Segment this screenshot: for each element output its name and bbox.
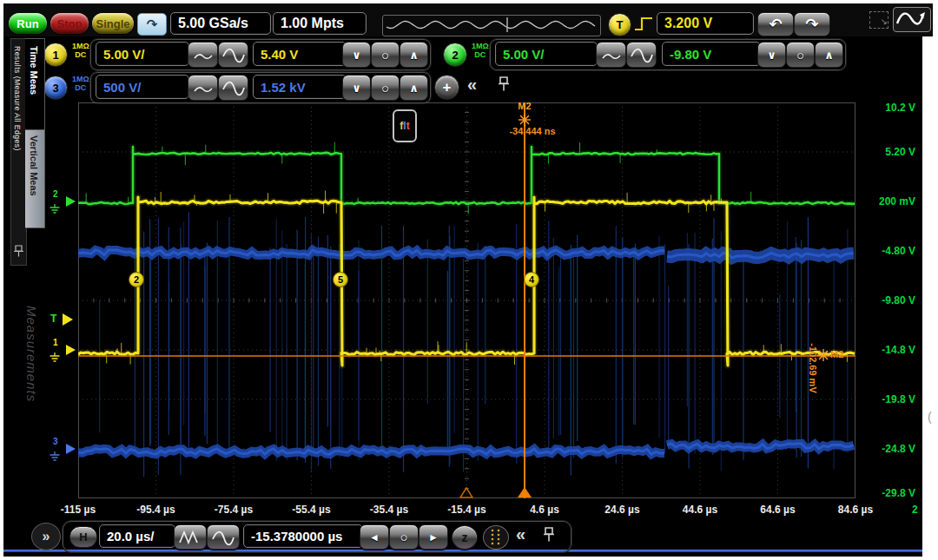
channel1-scale-readout[interactable]: 5.00 V/: [96, 42, 189, 66]
channel3-button[interactable]: 3: [43, 76, 68, 100]
filter-badge-letter: t: [406, 120, 410, 132]
redo-button[interactable]: ↷: [794, 12, 830, 36]
channel1-offset-readout[interactable]: 5.40 V: [253, 42, 347, 66]
stop-button[interactable]: Stop: [50, 13, 89, 34]
bottom-edge-strip: [3, 552, 922, 557]
small-wave-icon: [192, 46, 215, 63]
marker-m2-label[interactable]: M2: [518, 101, 531, 111]
pin-icon: [542, 526, 556, 545]
pin-channels-button[interactable]: [497, 76, 511, 95]
channel2-coupling[interactable]: 1MΩ DC: [472, 42, 489, 59]
margin-artifact-glyph: (: [928, 410, 932, 424]
channel3-scale-readout[interactable]: 500 V/: [96, 75, 189, 99]
drag-region-icon: ↘: [869, 11, 888, 29]
marker-m2-voltage-value: -102.69 mV: [808, 343, 818, 392]
trigger-source-button[interactable]: T: [608, 13, 631, 36]
zoom-mode-button[interactable]: z: [452, 525, 478, 550]
undo-button[interactable]: ↶: [757, 12, 794, 36]
capture-mode-button[interactable]: ↷: [137, 13, 167, 36]
position-left-button[interactable]: ◄: [360, 524, 389, 550]
filter-indicator: flt: [393, 109, 417, 142]
compressed-wave-icon: [178, 529, 202, 546]
channel2-offset-zero-button[interactable]: ○: [786, 42, 815, 68]
channel3-coupling[interactable]: 1MΩ DC: [72, 75, 89, 92]
horizontal-menu-button[interactable]: H: [69, 526, 97, 548]
channel1-scale-coarse-button[interactable]: [218, 42, 248, 68]
memory-depth-readout: 1.00 Mpts: [273, 12, 367, 35]
channel2-scale-readout[interactable]: 5.00 V/: [495, 42, 598, 66]
tab-time-meas-label: Time Meas: [29, 46, 39, 95]
marker-m2-time-value: -34.444 ns: [509, 126, 555, 136]
channel2-offset-up-button[interactable]: ∧: [815, 42, 843, 68]
channel1-offset-down-button[interactable]: ∨: [342, 42, 371, 68]
channel3-coupling-label: DC: [72, 83, 89, 92]
dotted-markers-icon: [484, 526, 506, 547]
channel2-offset-readout[interactable]: -9.80 V: [662, 42, 761, 66]
tab-vertical-meas-label: Vertical Meas: [29, 135, 39, 196]
channel2-impedance-label: 1MΩ: [472, 42, 489, 50]
channel2-coupling-label: DC: [472, 50, 489, 59]
channel2-scale-fine-button[interactable]: [596, 42, 626, 68]
channel1-button[interactable]: 1: [43, 43, 68, 67]
channel3-offset-up-button[interactable]: ∧: [400, 75, 428, 101]
capture-arrow-icon: ↷: [147, 16, 158, 32]
pin-icon: [497, 76, 511, 95]
large-wave-icon: [630, 45, 654, 64]
timebase-readout[interactable]: 20.0 µs/: [99, 524, 175, 548]
marker-m2-right-label[interactable]: M2: [830, 349, 843, 359]
measurements-watermark: Measurements: [24, 306, 39, 402]
channel3-offset-readout[interactable]: 1.52 kV: [253, 75, 347, 99]
horizontal-position-readout[interactable]: -15.3780000 µs: [243, 524, 363, 548]
position-zero-button[interactable]: ○: [389, 524, 419, 550]
expand-panel-button[interactable]: »: [31, 523, 61, 550]
small-wave-icon: [192, 79, 215, 96]
tab-vertical-meas[interactable]: Vertical Meas: [25, 129, 45, 228]
pin-icon: [13, 244, 24, 258]
channel1-coupling[interactable]: 1MΩ DC: [72, 42, 89, 59]
channel1-offset-zero-button[interactable]: ○: [371, 42, 400, 68]
large-wave-icon: [211, 528, 235, 547]
markers-button[interactable]: [483, 525, 509, 550]
channel1-scale-fine-button[interactable]: [188, 42, 218, 68]
wave-drag-icon: [893, 7, 931, 32]
tab-time-meas[interactable]: Time Meas: [25, 38, 45, 131]
run-button[interactable]: Run: [9, 13, 47, 34]
touch-zoom-button[interactable]: ↘: [865, 6, 933, 33]
channel1-coupling-label: DC: [72, 50, 89, 59]
channel1-offset-up-button[interactable]: ∧: [400, 42, 428, 68]
trigger-level-readout[interactable]: 3.200 V: [657, 12, 754, 35]
timebase-zoom-out-button[interactable]: [174, 524, 207, 550]
add-channel-button[interactable]: +: [434, 75, 459, 100]
channel1-impedance-label: 1MΩ: [72, 42, 89, 50]
collapse-horizontal-button[interactable]: «: [516, 524, 525, 544]
clipped-corner-label: 2: [912, 504, 918, 516]
position-right-button[interactable]: ►: [419, 524, 448, 550]
results-strip-label: Results (Measure All Edges): [13, 46, 22, 151]
large-wave-icon: [221, 78, 246, 97]
sample-rate-readout: 5.00 GSa/s: [170, 12, 271, 35]
channel3-offset-down-button[interactable]: ∨: [342, 75, 371, 101]
oscilloscope-screen: { "topbar": { "run_label": "Run", "stop_…: [0, 0, 938, 560]
timebase-zoom-in-button[interactable]: [207, 524, 240, 550]
acquisition-preview[interactable]: [382, 15, 601, 36]
collapse-channels-button[interactable]: «: [467, 75, 477, 95]
channel2-scale-coarse-button[interactable]: [626, 42, 657, 68]
channel3-scale-coarse-button[interactable]: [218, 75, 248, 101]
channel2-button[interactable]: 2: [443, 43, 467, 67]
small-wave-icon: [600, 46, 623, 63]
channel3-scale-fine-button[interactable]: [188, 75, 218, 101]
rising-edge-icon: [633, 14, 654, 34]
pin-horizontal-button[interactable]: [542, 526, 556, 545]
large-wave-icon: [221, 45, 246, 64]
waveform-preview-icon: [383, 16, 598, 34]
channel3-offset-zero-button[interactable]: ○: [371, 75, 400, 101]
trigger-edge-button[interactable]: [633, 14, 654, 34]
waveform-display[interactable]: [78, 102, 855, 498]
single-button[interactable]: Single: [92, 13, 134, 34]
channel3-impedance-label: 1MΩ: [72, 75, 89, 83]
channel2-offset-down-button[interactable]: ∨: [757, 42, 786, 68]
